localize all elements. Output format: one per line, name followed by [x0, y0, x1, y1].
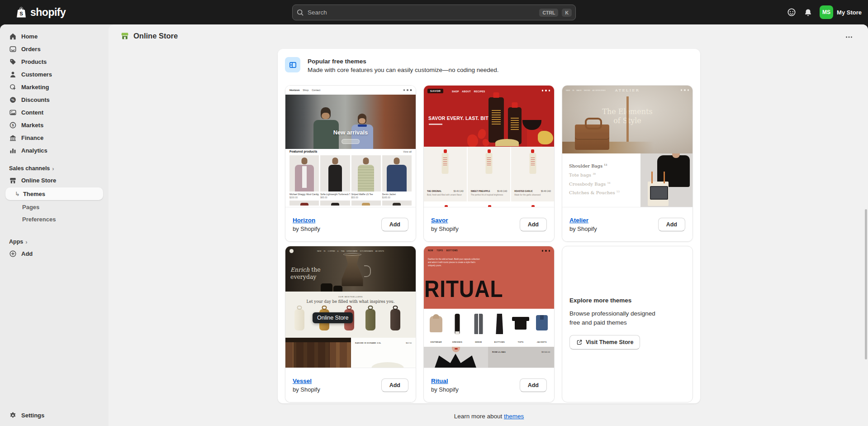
- explore-more-themes-card: Explore more themes Browse professionall…: [562, 246, 693, 402]
- svg-text:$: $: [12, 123, 14, 127]
- sidebar-label: Finance: [21, 134, 43, 141]
- theme-name-link[interactable]: Atelier: [569, 217, 597, 224]
- sidebar-item-products[interactable]: Products: [5, 55, 103, 68]
- category-tile: JACKETS: [531, 312, 552, 347]
- search-input[interactable]: [308, 9, 536, 16]
- add-theme-button[interactable]: Add: [520, 378, 547, 392]
- sidebar-item-marketing[interactable]: Marketing: [5, 81, 103, 93]
- sidebar-label: Settings: [21, 412, 44, 419]
- theme-author: by Shopify: [431, 225, 459, 232]
- sidebar-label: Analytics: [21, 147, 47, 154]
- gear-icon: [9, 412, 17, 419]
- theme-name-link[interactable]: Horizon: [293, 217, 320, 224]
- category-tile: TOPS: [510, 312, 531, 347]
- sidebar-label: Orders: [21, 46, 41, 53]
- sidebar-item-themes-selected[interactable]: ↳ Themes: [5, 187, 103, 200]
- coffee-carafe: [340, 254, 365, 286]
- sidebar-label: Online Store: [21, 177, 56, 184]
- preview-brand: SAVOR: [427, 89, 443, 93]
- search-icon: [296, 9, 304, 16]
- savor-theme-preview[interactable]: SAVOR SHOP ABOUT RECIPES SAVOR EVERY. LA…: [424, 86, 554, 208]
- preview-navbar: NEW IN COFFEE & TEA DRINKWARE KITCHENWAR…: [285, 250, 416, 252]
- preview-brand: ATELIER: [562, 88, 693, 92]
- sidebar-item-add-app[interactable]: Add: [5, 247, 103, 260]
- theme-name-link[interactable]: Ritual: [431, 378, 459, 384]
- sidebar-item-orders[interactable]: Orders: [5, 43, 103, 55]
- sidebar-item-settings[interactable]: Settings: [5, 409, 103, 421]
- sidebar-item-home[interactable]: Home: [5, 30, 103, 43]
- page-overflow-menu-button[interactable]: [843, 32, 855, 43]
- add-theme-button[interactable]: Add: [381, 218, 408, 231]
- store-menu[interactable]: MS My Store: [820, 5, 862, 19]
- sidebar-item-content[interactable]: Content: [5, 106, 103, 119]
- apps-header[interactable]: Apps ›: [0, 236, 109, 247]
- global-search[interactable]: CTRL K: [292, 5, 576, 20]
- panel-title: Popular free themes: [308, 58, 366, 65]
- sidebar-label: Pages: [22, 204, 39, 211]
- products-section: THE ORIGINAL $9.49 CAD Bold, fresh and f…: [424, 147, 554, 201]
- hero-image: NEW IN COFFEE & TEA DRINKWARE KITCHENWAR…: [285, 246, 416, 292]
- home-icon: [9, 33, 17, 40]
- atelier-theme-preview[interactable]: NEW IN BAGS SHOES ACCESSORIES ATELIER Th…: [562, 86, 693, 208]
- category-item: Clutches & Pouches 13: [569, 190, 640, 195]
- popular-themes-panel: Popular free themes Made with core featu…: [278, 49, 700, 403]
- featured-products-section: Featured products View all Michael Shagg…: [289, 150, 412, 206]
- theme-card-vessel: NEW IN COFFEE & TEA DRINKWARE KITCHENWAR…: [285, 246, 416, 402]
- vessel-theme-preview[interactable]: NEW IN COFFEE & TEA DRINKWARE KITCHENWAR…: [285, 246, 416, 369]
- add-theme-button[interactable]: Add: [658, 218, 685, 231]
- topbar: S shopify CTRL K MS My Store: [0, 0, 868, 24]
- preview-nav-link: Shop: [303, 89, 308, 91]
- sidebar-item-discounts[interactable]: % Discounts: [5, 93, 103, 106]
- add-theme-button[interactable]: Add: [520, 218, 547, 231]
- sidebar-item-finance[interactable]: Finance: [5, 131, 103, 144]
- category-item: Shoulder Bags 13: [569, 163, 640, 168]
- view-all-link: View all: [403, 150, 412, 153]
- orders-icon: [9, 45, 17, 53]
- category-tile: BOTTOMS: [489, 312, 510, 347]
- theme-card-savor: SAVOR SHOP ABOUT RECIPES SAVOR EVERY. LA…: [423, 85, 555, 242]
- sidebar-item-analytics[interactable]: Analytics: [5, 144, 103, 157]
- theme-name-link[interactable]: Savor: [431, 217, 459, 224]
- ellipsis-icon: [845, 33, 853, 41]
- theme-card-ritual: NEW TOPS BOTTOMS Fashion for the wild at…: [423, 246, 555, 402]
- svg-text:S: S: [19, 11, 23, 16]
- preview-navbar: Horizon Shop Contact: [285, 86, 416, 95]
- ritual-theme-preview[interactable]: NEW TOPS BOTTOMS Fashion for the wild at…: [424, 246, 554, 369]
- add-theme-button[interactable]: Add: [381, 378, 408, 392]
- page-header: Online Store: [120, 31, 178, 40]
- horizon-theme-preview[interactable]: Horizon Shop Contact: [285, 86, 416, 208]
- hero-image: NEW TOPS BOTTOMS Fashion for the wild at…: [424, 246, 554, 309]
- product-tile: Striped Waffle LS Tee $53.00: [351, 155, 381, 199]
- learn-more-footer: Learn more about themes: [278, 413, 700, 420]
- sidebar-item-pages[interactable]: Pages: [5, 201, 103, 213]
- sales-channels-header[interactable]: Sales channels ›: [0, 163, 109, 174]
- handbag: [575, 124, 609, 150]
- theme-author: by Shopify: [293, 225, 320, 232]
- thermos-bottle: [365, 309, 375, 330]
- product-name: KAKOMI IH DONABE 3.5L: [355, 342, 381, 344]
- theme-author: by Shopify: [431, 386, 459, 393]
- visit-theme-store-button[interactable]: Visit Theme Store: [569, 335, 640, 349]
- hero-title: RITUAL: [424, 275, 503, 302]
- store-avatar: MS: [820, 5, 833, 19]
- sidebar-settings-container: Settings: [0, 409, 109, 421]
- product-row-partial: [289, 201, 412, 206]
- theme-card-footer: Horizon by Shopify Add: [285, 207, 416, 241]
- theme-author: by Shopify: [293, 386, 320, 393]
- sidekick-icon[interactable]: [787, 7, 797, 17]
- shopify-logo[interactable]: S shopify: [15, 6, 66, 19]
- product-price: $8,500.00: [541, 351, 550, 353]
- sidebar-item-online-store[interactable]: Online Store: [5, 174, 103, 187]
- themes-help-link[interactable]: themes: [504, 413, 524, 420]
- scrollbar-thumb[interactable]: [865, 209, 867, 359]
- category-item: Tote bags 39: [569, 172, 640, 177]
- sidebar-item-markets[interactable]: $ Markets: [5, 119, 103, 131]
- sidebar-label: Markets: [21, 122, 43, 129]
- sidebar-item-preferences[interactable]: Preferences: [5, 213, 103, 225]
- theme-name-link[interactable]: Vessel: [293, 378, 320, 384]
- sidebar-item-customers[interactable]: Customers: [5, 68, 103, 81]
- preview-nav-icons: [542, 250, 550, 252]
- return-arrow-icon: ↳: [15, 191, 20, 197]
- notifications-bell-icon[interactable]: [804, 8, 812, 17]
- section-title: Featured products: [289, 150, 317, 153]
